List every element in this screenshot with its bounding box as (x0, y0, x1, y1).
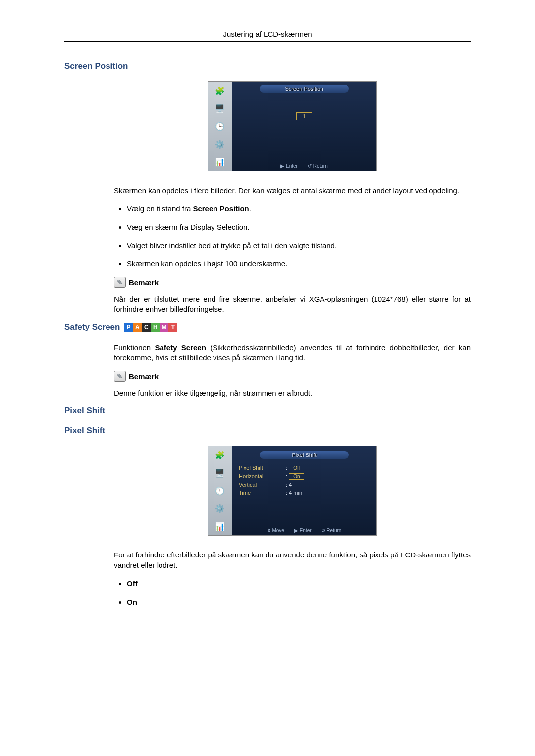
row-key: Time (239, 490, 286, 496)
return-hint: ↺ Return (308, 163, 328, 169)
screen-position-intro: Skærmen kan opdeles i flere billeder. De… (114, 185, 471, 196)
list-item: Vælg en tilstand fra Screen Position. (127, 203, 471, 214)
list-item: Væg en skærm fra Display Selection. (127, 222, 471, 232)
chart-icon: 📊 (211, 519, 229, 534)
note-text: Denne funktion er ikke tilgængelig, når … (114, 388, 471, 398)
row-value-on: On (289, 473, 304, 480)
mode-icon-strip: P A C H M T (124, 323, 177, 332)
heading-pixel-shift-2: Pixel Shift (64, 426, 471, 436)
row-key: Pixel Shift (239, 465, 286, 471)
heading-safety-screen: Safety Screen (64, 322, 120, 332)
screen-position-bullets: Vælg en tilstand fra Screen Position. Væ… (114, 203, 471, 269)
note-text: Når der er tilsluttet mere end fire skær… (114, 294, 471, 314)
mode-h-icon: H (151, 323, 160, 332)
heading-screen-position: Screen Position (64, 61, 471, 71)
note-icon: ✎ (114, 371, 126, 382)
safety-screen-block: Funktionen Safety Screen (Sikkerhedsskær… (114, 342, 471, 398)
bullet-bold: On (127, 598, 137, 606)
intro-bold: Safety Screen (155, 343, 206, 352)
menu-side-icons: 🧩 🖥️ 🕒 ⚙️ 📊 (208, 446, 232, 535)
screen-position-menu-screenshot: 🧩 🖥️ 🕒 ⚙️ 📊 Screen Position 1 ▶ Enter ↺ … (208, 81, 377, 171)
return-label: Return (313, 163, 328, 169)
bullet-bold: Off (127, 579, 138, 588)
pixel-shift-bullets: Off On (114, 578, 471, 607)
row-key: Vertical (239, 482, 286, 488)
list-item: On (127, 597, 471, 607)
page-header: Justering af LCD-skærmen (64, 30, 471, 42)
bullet-text: Vælg en tilstand fra (127, 204, 193, 213)
menu-side-icons: 🧩 🖥️ 🕒 ⚙️ 📊 (208, 82, 232, 171)
return-label: Return (326, 528, 341, 533)
adjust-icon: 🖥️ (211, 101, 229, 116)
note-icon: ✎ (114, 277, 126, 288)
menu-title-tab: Pixel Shift (260, 451, 349, 459)
enter-label: Enter (300, 528, 312, 533)
mode-p-icon: P (124, 323, 133, 332)
list-item: Skærmen kan opdeles i højst 100 underskæ… (127, 258, 471, 269)
adjust-icon: 🖥️ (211, 465, 229, 480)
heading-pixel-shift-1: Pixel Shift (64, 406, 471, 416)
mode-a-icon: A (133, 323, 142, 332)
pixel-shift-intro: For at forhindre efterbilleder på skærme… (114, 550, 471, 570)
note-label: Bemærk (129, 278, 159, 287)
move-label: Move (272, 528, 284, 533)
row-value: : 4 min (286, 490, 302, 496)
row-value: : 4 (286, 482, 292, 488)
clock-icon: 🕒 (211, 119, 229, 134)
note-row: ✎ Bemærk (114, 277, 471, 288)
page: Justering af LCD-skærmen Screen Position… (0, 0, 535, 756)
puzzle-icon: 🧩 (211, 448, 229, 462)
intro-text: Funktionen (114, 343, 155, 352)
list-item: Valget bliver indstillet bed at trykke p… (127, 240, 471, 251)
list-item: Off (127, 578, 471, 589)
row-key: Horizontal (239, 473, 286, 480)
return-hint: ↺ Return (321, 528, 342, 533)
clock-icon: 🕒 (211, 483, 229, 498)
bullet-text: . (249, 204, 251, 213)
heading-safety-screen-row: Safety Screen P A C H M T (64, 322, 471, 332)
safety-screen-intro: Funktionen Safety Screen (Sikkerhedsskær… (114, 342, 471, 363)
chart-icon: 📊 (211, 154, 229, 169)
note-label: Bemærk (129, 372, 159, 381)
note-row: ✎ Bemærk (114, 371, 471, 382)
menu-footer: ⇕ Move ▶ Enter ↺ Return (232, 528, 376, 533)
gear-icon: ⚙️ (211, 137, 229, 151)
pixel-shift-block: 🧩 🖥️ 🕒 ⚙️ 📊 Pixel Shift Pixel Shift : Of… (114, 446, 471, 607)
enter-label: Enter (286, 163, 298, 169)
mode-m-icon: M (160, 323, 168, 332)
puzzle-icon: 🧩 (211, 83, 229, 98)
mode-c-icon: C (142, 323, 151, 332)
menu-row-time: Time : 4 min (232, 489, 376, 497)
row-value-off: Off (289, 465, 304, 471)
mode-t-icon: T (168, 323, 177, 332)
enter-hint: ▶ Enter (280, 163, 298, 169)
pixel-shift-menu-screenshot: 🧩 🖥️ 🕒 ⚙️ 📊 Pixel Shift Pixel Shift : Of… (208, 446, 377, 536)
menu-row-pixel-shift: Pixel Shift : Off (232, 464, 376, 472)
menu-center-value: 1 (296, 112, 312, 120)
menu-title-tab: Screen Position (260, 85, 349, 93)
footer-rule (64, 642, 471, 642)
screen-position-block: 🧩 🖥️ 🕒 ⚙️ 📊 Screen Position 1 ▶ Enter ↺ … (114, 81, 471, 314)
menu-row-vertical: Vertical : 4 (232, 481, 376, 489)
menu-footer: ▶ Enter ↺ Return (232, 163, 376, 169)
move-hint: ⇕ Move (267, 528, 284, 533)
menu-row-horizontal: Horizontal : On (232, 472, 376, 481)
enter-hint: ▶ Enter (294, 528, 312, 533)
bullet-bold: Screen Position (193, 204, 249, 213)
gear-icon: ⚙️ (211, 501, 229, 516)
